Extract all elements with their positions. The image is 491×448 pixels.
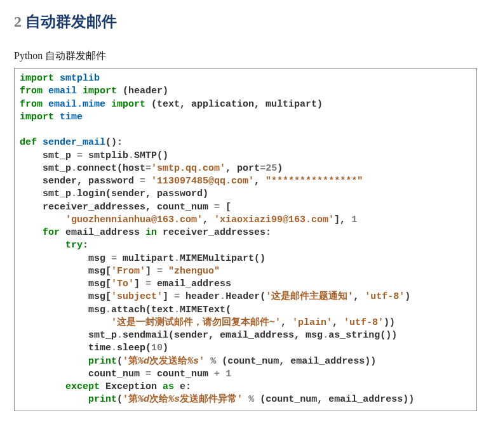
code-line: except Exception as e: [20, 381, 191, 392]
code-line: import smtplib [20, 73, 100, 84]
section-number: 2 [14, 13, 22, 30]
code-line: try: [20, 240, 88, 251]
code-line: from email.mime import (text, applicatio… [20, 99, 323, 110]
code-line: msg['From'] = "zhenguo" [20, 266, 220, 277]
code-line: msg = multipart.MIMEMultipart() [20, 253, 266, 264]
code-line: print('第%d次发送给%s' % (count_num, email_ad… [20, 356, 376, 367]
code-line: '这是一封测试邮件，请勿回复本邮件~', 'plain', 'utf-8')) [20, 317, 395, 328]
code-line: print('第%d次给%s发送邮件异常' % (count_num, emai… [20, 394, 414, 405]
code-line: time.sleep(10) [20, 343, 168, 353]
code-line: msg['To'] = email_address [20, 279, 231, 289]
code-line: for email_address in receiver_addresses: [20, 227, 271, 238]
code-line: import time [20, 112, 83, 122]
code-line: msg['subject'] = header.Header('这是邮件主题通知… [20, 291, 410, 302]
code-line: def sender_mail(): [20, 137, 123, 148]
section-title: 自动群发邮件 [25, 13, 117, 30]
code-line: 'guozhennianhua@163.com', 'xiaoxiazi99@1… [20, 214, 357, 225]
code-line: smt_p.connect(host='smtp.qq.com', port=2… [20, 163, 283, 174]
code-line: smt_p.sendmail(sender, email_address, ms… [20, 330, 397, 341]
code-line: msg.attach(text.MIMEText( [20, 305, 231, 315]
section-subtitle: Python 自动群发邮件 [14, 49, 477, 63]
code-line: receiver_addresses, count_num = [ [20, 202, 231, 213]
section-heading: 2自动群发邮件 [14, 11, 477, 32]
code-line: sender, password = '113097485@qq.com', "… [20, 176, 363, 187]
code-line: smt_p.login(sender, password) [20, 188, 208, 199]
code-line: count_num = count_num + 1 [20, 369, 231, 379]
code-line: from email import (header) [20, 86, 168, 96]
code-block: import smtplib from email import (header… [14, 68, 477, 411]
code-line: smt_p = smtplib.SMTP() [20, 150, 168, 161]
